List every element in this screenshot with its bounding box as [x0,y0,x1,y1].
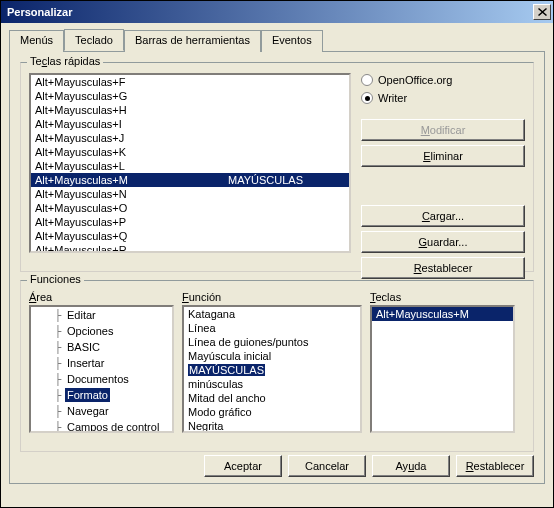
close-button[interactable] [533,4,551,20]
section-keys-label: Teclas rápidas [27,55,103,67]
area-item[interactable]: ├Editar [31,307,172,323]
function-item[interactable]: Mayúscula inicial [184,349,360,363]
tab-menus[interactable]: Menús [9,30,64,52]
radio-writer[interactable]: Writer [361,91,525,105]
function-column-label: Función [182,291,362,303]
keys-column-label: Teclas [370,291,515,303]
radio-icon [361,74,373,86]
tab-barras[interactable]: Barras de herramientas [124,30,261,52]
shortcut-item[interactable]: Alt+Mayusculas+H [31,103,349,117]
function-item[interactable]: Línea [184,321,360,335]
shortcut-item[interactable]: Alt+Mayusculas+R [31,243,349,253]
area-listbox[interactable]: ├Editar├Opciones├BASIC├Insertar├Document… [29,305,174,433]
help-button[interactable]: Ayuda [372,455,450,477]
shortcut-item[interactable]: Alt+Mayusculas+N [31,187,349,201]
shortcut-listbox[interactable]: Alt+Mayusculas+FAlt+Mayusculas+GAlt+Mayu… [29,73,351,253]
keys-item[interactable]: Alt+Mayusculas+M [372,307,513,321]
area-item[interactable]: ├Opciones [31,323,172,339]
function-item[interactable]: Negrita [184,419,360,433]
tab-teclado[interactable]: Teclado [64,29,124,51]
function-item[interactable]: Katagana [184,307,360,321]
reset-bottom-button[interactable]: Restablecer [456,455,534,477]
shortcut-item[interactable]: Alt+Mayusculas+Q [31,229,349,243]
shortcut-item[interactable]: Alt+Mayusculas+MMAYÚSCULAS [31,173,349,187]
tab-eventos[interactable]: Eventos [261,30,323,52]
area-item[interactable]: ├Campos de control [31,419,172,433]
shortcut-item[interactable]: Alt+Mayusculas+I [31,117,349,131]
reset-button[interactable]: Restablecer [361,257,525,279]
shortcut-item[interactable]: Alt+Mayusculas+K [31,145,349,159]
load-button[interactable]: Cargar... [361,205,525,227]
function-listbox[interactable]: KataganaLíneaLínea de guiones/puntosMayú… [182,305,362,433]
function-item[interactable]: MAYÚSCULAS [184,363,360,377]
shortcut-item[interactable]: Alt+Mayusculas+O [31,201,349,215]
shortcut-item[interactable]: Alt+Mayusculas+G [31,89,349,103]
radio-icon [361,92,373,104]
radio-openoffice-label: OpenOffice.org [378,74,452,86]
tab-strip: Menús Teclado Barras de herramientas Eve… [9,29,545,52]
titlebar: Personalizar [1,1,553,23]
shortcut-item[interactable]: Alt+Mayusculas+J [31,131,349,145]
cancel-button[interactable]: Cancelar [288,455,366,477]
radio-writer-label: Writer [378,92,407,104]
section-func-label: Funciones [27,273,84,285]
function-item[interactable]: Modo gráfico [184,405,360,419]
modify-button: Modificar [361,119,525,141]
area-column-label: Área [29,291,174,303]
delete-button[interactable]: Eliminar [361,145,525,167]
close-icon [538,8,547,16]
accept-button[interactable]: Aceptar [204,455,282,477]
area-item[interactable]: ├Documentos [31,371,172,387]
area-item[interactable]: ├Formato [31,387,172,403]
area-item[interactable]: ├Insertar [31,355,172,371]
area-item[interactable]: ├BASIC [31,339,172,355]
shortcut-item[interactable]: Alt+Mayusculas+L [31,159,349,173]
shortcut-item[interactable]: Alt+Mayusculas+P [31,215,349,229]
shortcut-item[interactable]: Alt+Mayusculas+F [31,75,349,89]
function-item[interactable]: minúsculas [184,377,360,391]
function-item[interactable]: Mitad del ancho [184,391,360,405]
function-item[interactable]: Línea de guiones/puntos [184,335,360,349]
window-title: Personalizar [7,6,72,18]
radio-openoffice[interactable]: OpenOffice.org [361,73,525,87]
keys-listbox[interactable]: Alt+Mayusculas+M [370,305,515,433]
save-button[interactable]: Guardar... [361,231,525,253]
area-item[interactable]: ├Navegar [31,403,172,419]
